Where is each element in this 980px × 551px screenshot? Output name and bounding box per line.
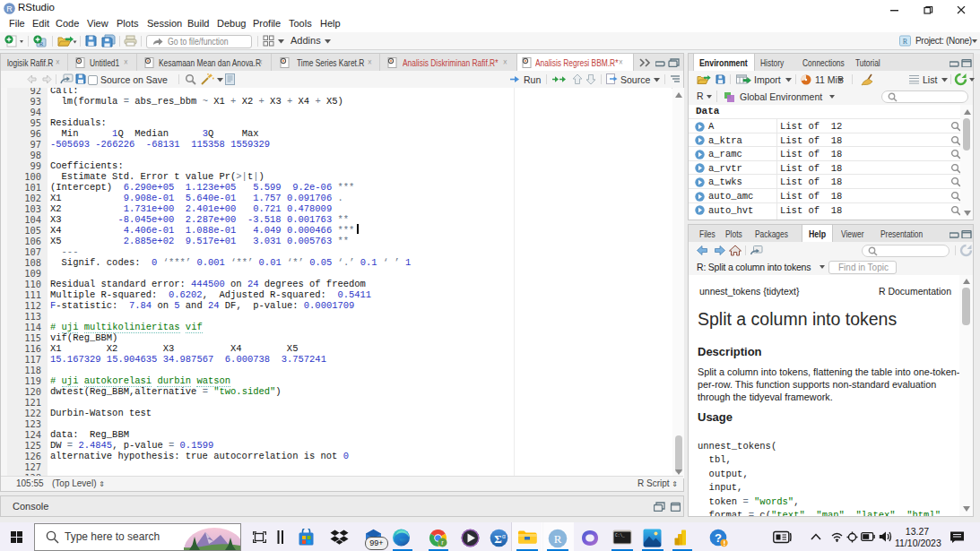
svg-text:R: R bbox=[554, 532, 562, 546]
svg-text:R: R bbox=[903, 38, 908, 46]
svg-text:Σ: Σ bbox=[494, 532, 502, 546]
svg-text:C:\_: C:\_ bbox=[615, 533, 625, 538]
svg-text:α: α bbox=[502, 533, 506, 539]
svg-text:R: R bbox=[6, 4, 13, 13]
